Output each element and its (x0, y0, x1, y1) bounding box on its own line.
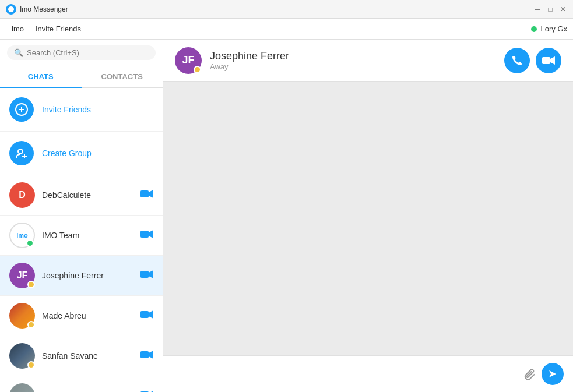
call-button[interactable] (504, 48, 530, 73)
invite-friends-item[interactable]: Invite Friends (0, 88, 163, 132)
svg-marker-12 (149, 270, 153, 278)
svg-rect-7 (140, 190, 149, 197)
chat-name-imo: IMO Team (42, 231, 133, 240)
create-group-item[interactable]: Create Group (0, 132, 163, 175)
chat-info-deb: DebCalculete (42, 190, 133, 200)
message-input-area (163, 355, 573, 392)
svg-rect-13 (140, 311, 149, 318)
svg-rect-15 (140, 351, 149, 358)
invite-friends-icon (9, 97, 34, 122)
user-info: Lory Gx (531, 24, 567, 33)
status-badge-sanfan (27, 361, 35, 369)
search-input[interactable] (27, 48, 149, 57)
close-button[interactable]: ✕ (559, 5, 567, 13)
svg-point-4 (18, 149, 23, 154)
avatar-made (9, 303, 35, 329)
svg-marker-14 (149, 310, 153, 319)
invite-friends-label: Invite Friends (42, 105, 91, 114)
header-contact-name: Josephine Ferrer (210, 50, 496, 62)
tab-contacts[interactable]: CONTACTS (82, 66, 163, 88)
chat-info-imo: IMO Team (42, 231, 133, 240)
create-group-label: Create Group (42, 149, 92, 158)
chat-item-made[interactable]: Made Abreu (0, 296, 163, 336)
search-bar: 🔍 (0, 40, 163, 66)
svg-rect-9 (140, 231, 149, 238)
chat-item-josephine[interactable]: JF Josephine Ferrer (0, 256, 163, 296)
titlebar: Imo Messenger ─ □ ✕ (0, 0, 573, 19)
header-avatar: JF (175, 47, 202, 74)
svg-marker-10 (149, 230, 153, 238)
svg-rect-19 (542, 57, 550, 64)
avatar-imo: imo (9, 223, 35, 248)
menubar: imo Invite Friends Lory Gx (0, 19, 573, 40)
create-group-icon (9, 141, 34, 165)
status-badge-imo (26, 239, 34, 247)
video-icon-deb[interactable] (140, 189, 153, 201)
svg-point-0 (8, 6, 14, 12)
send-button[interactable] (542, 363, 564, 385)
app-title: Imo Messenger (20, 5, 533, 13)
avatar-verena (9, 383, 35, 392)
main-container: 🔍 CHATS CONTACTS Invite Friends (0, 40, 573, 392)
chat-body (163, 82, 573, 355)
minimize-button[interactable]: ─ (533, 5, 542, 13)
window-controls: ─ □ ✕ (533, 5, 567, 13)
chat-info-josephine: Josephine Ferrer (42, 271, 133, 280)
sidebar: 🔍 CHATS CONTACTS Invite Friends (0, 40, 163, 392)
video-icon-made[interactable] (140, 310, 153, 322)
avatar-deb: D (9, 182, 35, 208)
video-icon-imo[interactable] (140, 229, 153, 241)
svg-marker-8 (149, 190, 153, 198)
status-badge-made (27, 321, 35, 329)
svg-marker-20 (550, 56, 555, 65)
search-wrapper: 🔍 (7, 45, 156, 60)
header-status-badge (194, 66, 201, 73)
avatar-josephine: JF (9, 263, 35, 288)
right-panel: JF Josephine Ferrer Away (163, 40, 573, 392)
chat-item-sanfan[interactable]: Sanfan Savane (0, 336, 163, 376)
tabs: CHATS CONTACTS (0, 66, 163, 88)
video-icon-josephine[interactable] (140, 270, 153, 281)
message-input[interactable] (173, 366, 518, 382)
chat-item-deb[interactable]: D DebCalculete (0, 175, 163, 216)
svg-marker-21 (549, 370, 556, 377)
video-icon-sanfan[interactable] (140, 350, 153, 362)
maximize-button[interactable]: □ (546, 5, 554, 13)
video-call-button[interactable] (536, 48, 561, 73)
chat-name-josephine: Josephine Ferrer (42, 271, 133, 280)
svg-rect-11 (140, 271, 149, 278)
chat-name-sanfan: Sanfan Savane (42, 351, 133, 361)
attach-button[interactable] (524, 368, 536, 380)
app-logo (6, 4, 16, 15)
header-info: Josephine Ferrer Away (210, 50, 496, 71)
menu-imo[interactable]: imo (6, 22, 30, 36)
status-badge-josephine (27, 281, 35, 288)
chat-header: JF Josephine Ferrer Away (163, 40, 573, 82)
chat-name-made: Made Abreu (42, 311, 133, 320)
tab-chats[interactable]: CHATS (0, 66, 82, 88)
chat-name-deb: DebCalculete (42, 190, 133, 200)
user-display-name: Lory Gx (540, 24, 567, 33)
contact-list: Invite Friends Create Group D (0, 88, 163, 392)
search-icon: 🔍 (14, 48, 23, 57)
chat-info-sanfan: Sanfan Savane (42, 351, 133, 361)
header-actions (504, 48, 561, 73)
avatar-sanfan (9, 343, 35, 369)
chat-item-verena[interactable]: Verena Saura (0, 376, 163, 392)
header-status-text: Away (210, 62, 496, 71)
chat-info-made: Made Abreu (42, 311, 133, 320)
svg-marker-16 (149, 351, 153, 359)
user-status-dot (531, 26, 537, 32)
menu-invite-friends[interactable]: Invite Friends (30, 22, 87, 36)
chat-item-imo[interactable]: imo IMO Team (0, 216, 163, 256)
